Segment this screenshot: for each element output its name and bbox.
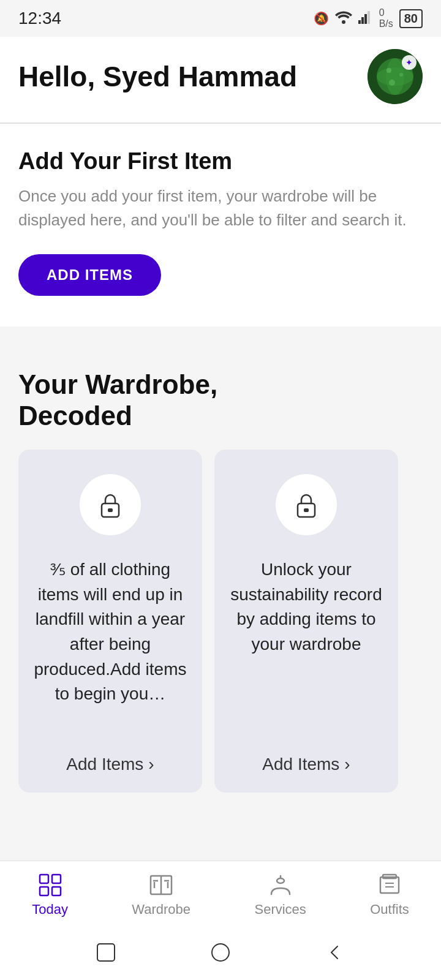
android-back-btn[interactable] bbox=[322, 939, 349, 966]
header: Hello, Syed Hammad ✦ bbox=[0, 37, 441, 123]
nav-item-services[interactable]: Services bbox=[254, 872, 306, 918]
card-2-text: Unlock your sustainability record by add… bbox=[229, 557, 383, 736]
services-label: Services bbox=[254, 902, 306, 918]
wardrobe-title: Your Wardrobe,Decoded bbox=[18, 369, 423, 431]
status-icons: 🔕 0B/s 80 bbox=[314, 7, 423, 29]
today-icon bbox=[37, 872, 63, 898]
svg-point-28 bbox=[277, 878, 284, 883]
outfits-label: Outfits bbox=[370, 902, 409, 918]
avatar[interactable]: ✦ bbox=[368, 49, 423, 104]
android-square-btn[interactable] bbox=[92, 939, 119, 966]
add-item-section: Add Your First Item Once you add your fi… bbox=[0, 124, 441, 326]
svg-rect-21 bbox=[52, 887, 61, 895]
lock-icon-2 bbox=[292, 490, 321, 519]
outfits-icon bbox=[377, 872, 402, 898]
lock-icon-1 bbox=[96, 490, 125, 519]
bottom-nav: Today Wardrobe Services bbox=[0, 861, 441, 980]
add-items-button[interactable]: ADD ITEMS bbox=[18, 254, 161, 296]
card-1-lock-icon-container bbox=[80, 474, 141, 535]
card-2-link[interactable]: Add Items › bbox=[262, 755, 350, 774]
card-1: ³⁄₅ of all clothing items will end up in… bbox=[18, 450, 202, 793]
wifi-icon bbox=[335, 10, 352, 27]
svg-point-34 bbox=[212, 944, 229, 961]
nav-items-container: Today Wardrobe Services bbox=[0, 861, 441, 925]
battery-indicator: 80 bbox=[399, 9, 423, 28]
card-2-link-label: Add Items bbox=[262, 755, 339, 774]
signal-icon bbox=[358, 10, 373, 27]
svg-rect-29 bbox=[380, 877, 399, 893]
mute-icon: 🔕 bbox=[314, 11, 329, 26]
nav-item-wardrobe[interactable]: Wardrobe bbox=[132, 872, 190, 918]
nav-item-outfits[interactable]: Outfits bbox=[370, 872, 409, 918]
section-gap bbox=[0, 326, 441, 351]
svg-rect-2 bbox=[361, 17, 364, 24]
svg-rect-20 bbox=[52, 875, 61, 883]
add-item-title: Add Your First Item bbox=[18, 148, 423, 175]
today-label: Today bbox=[32, 902, 68, 918]
card-1-chevron: › bbox=[148, 755, 154, 774]
svg-point-0 bbox=[342, 20, 345, 24]
svg-point-11 bbox=[389, 80, 395, 86]
card-2-lock-icon-container bbox=[276, 474, 337, 535]
card-1-text: ³⁄₅ of all clothing items will end up in… bbox=[33, 557, 187, 736]
svg-rect-3 bbox=[364, 14, 367, 24]
svg-rect-1 bbox=[358, 20, 361, 24]
svg-point-10 bbox=[399, 73, 403, 77]
svg-rect-19 bbox=[40, 887, 48, 895]
svg-text:✦: ✦ bbox=[405, 58, 413, 67]
svg-rect-33 bbox=[97, 944, 115, 961]
status-time: 12:34 bbox=[18, 9, 61, 28]
svg-rect-4 bbox=[368, 11, 370, 24]
card-1-link-label: Add Items bbox=[66, 755, 143, 774]
wardrobe-icon bbox=[148, 872, 174, 898]
card-1-link[interactable]: Add Items › bbox=[66, 755, 154, 774]
greeting-title: Hello, Syed Hammad bbox=[18, 61, 297, 92]
android-home-btn[interactable] bbox=[207, 939, 234, 966]
svg-point-9 bbox=[386, 68, 391, 73]
wardrobe-label: Wardrobe bbox=[132, 902, 190, 918]
svg-rect-17 bbox=[304, 508, 309, 512]
status-bar: 12:34 🔕 0B/s 80 bbox=[0, 0, 441, 37]
add-item-description: Once you add your first item, your wardr… bbox=[18, 184, 423, 232]
cards-row: ³⁄₅ of all clothing items will end up in… bbox=[18, 450, 423, 799]
card-2-chevron: › bbox=[344, 755, 350, 774]
card-2: Unlock your sustainability record by add… bbox=[214, 450, 398, 793]
android-nav bbox=[0, 925, 441, 980]
svg-rect-18 bbox=[40, 875, 48, 883]
svg-point-8 bbox=[386, 58, 404, 95]
wardrobe-section: Your Wardrobe,Decoded ³⁄₅ of all clothin… bbox=[0, 351, 441, 799]
svg-rect-15 bbox=[108, 508, 113, 512]
data-speed: 0B/s bbox=[379, 7, 393, 29]
services-icon bbox=[268, 872, 293, 898]
nav-item-today[interactable]: Today bbox=[32, 872, 68, 918]
